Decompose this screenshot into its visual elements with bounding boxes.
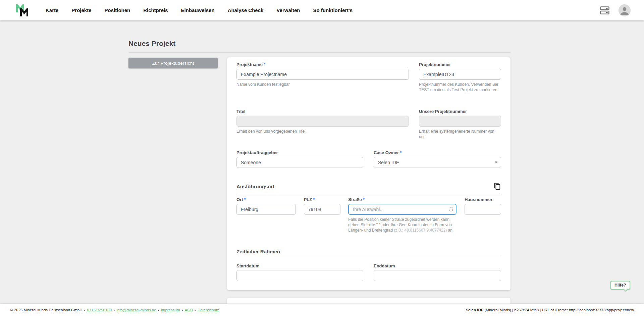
field-case-owner: Case Owner* Selen IDE (374, 150, 501, 168)
nav-item-karte[interactable]: Karte (46, 7, 58, 13)
nav-item-einbauweisen[interactable]: Einbauweisen (181, 7, 215, 13)
projektnummer-input[interactable] (419, 69, 501, 80)
ort-input[interactable] (236, 204, 296, 215)
startdatum-label: Startdatum (236, 263, 363, 268)
mineral-minds-logo-icon[interactable] (14, 4, 29, 17)
enddatum-label: Enddatum (374, 263, 501, 268)
help-button[interactable]: Hilfe? (610, 281, 630, 290)
startdatum-input[interactable] (236, 270, 363, 281)
nav-item-verwalten[interactable]: Verwalten (276, 7, 300, 13)
required-asterisk: * (363, 197, 365, 202)
strasse-label: Straße* (348, 197, 457, 202)
field-projektnummer: Projektnummer Projektnummer des Kunden. … (419, 62, 501, 92)
page-title: Neues Projekt (128, 40, 511, 48)
footer-link-datenschutz[interactable]: Datenschutz (198, 308, 219, 312)
projektname-input[interactable] (236, 69, 409, 80)
projektname-label: Projektname* (236, 62, 409, 67)
footer-session-user: Selen IDE (466, 308, 483, 312)
strasse-input[interactable] (348, 204, 457, 215)
projektauftraggeber-label: Projektauftraggeber (236, 150, 363, 155)
footer-link-impressum[interactable]: Impressum (161, 308, 180, 312)
field-titel: Titel Erhält den von uns vorgegebenen Ti… (236, 109, 409, 134)
footer-link-phone[interactable]: 07151/250100 (87, 308, 112, 312)
unsere-projektnummer-helper: Erhält eine systemgenerierte Nummer von … (419, 129, 501, 139)
title-divider (128, 52, 511, 53)
footer-copyright: © 2025 Mineral Minds Deutschland GmbH (10, 308, 83, 312)
enddatum-input[interactable] (374, 270, 501, 281)
footer-session-info: Selen IDE (Mineral Minds) | b267c741afd8… (466, 308, 634, 312)
case-owner-label: Case Owner* (374, 150, 501, 155)
user-avatar-icon[interactable] (619, 4, 631, 16)
projektauftraggeber-input[interactable] (236, 157, 363, 168)
nav-item-so-funktionierts[interactable]: So funktioniert's (313, 7, 353, 13)
titel-helper: Erhält den von uns vorgegebenen Titel. (236, 129, 409, 134)
unsere-projektnummer-label: Unsere Projektnummer (419, 109, 501, 114)
server-icon[interactable] (600, 5, 610, 15)
footer-link-agb[interactable]: AGB (185, 308, 193, 312)
case-owner-select[interactable]: Selen IDE (374, 157, 501, 168)
field-ort: Ort* (236, 197, 296, 215)
field-plz: PLZ* (304, 197, 340, 215)
required-asterisk: * (400, 150, 401, 155)
section-ausfuehrungsort-title: Ausführungsort (236, 184, 274, 189)
ort-label: Ort* (236, 197, 296, 202)
nav-item-projekte[interactable]: Projekte (71, 7, 91, 13)
new-project-form-card: Projektname* Name vom Kunden festlegbar … (227, 57, 511, 290)
footer-session-details: (Mineral Minds) | b267c741afd8 | URL of … (483, 308, 634, 312)
plz-input[interactable] (304, 204, 340, 215)
main-nav: Karte Projekte Positionen Richtpreis Ein… (46, 7, 353, 13)
unsere-projektnummer-input (419, 116, 501, 127)
hausnummer-label: Hausnummer (465, 197, 501, 202)
field-unsere-projektnummer: Unsere Projektnummer Erhält eine systemg… (419, 109, 501, 139)
projektnummer-label: Projektnummer (419, 62, 501, 67)
top-navbar: Karte Projekte Positionen Richtpreis Ein… (0, 0, 644, 20)
back-to-project-overview-button[interactable]: Zur Projektübersicht (128, 58, 218, 68)
field-strasse: Straße* Falls die Position (348, 197, 457, 233)
chevron-down-icon (495, 162, 497, 163)
projektnummer-helper: Projektnummer des Kunden. Verwenden Sie … (419, 82, 501, 92)
help-bubble-tail (623, 287, 628, 292)
required-asterisk: * (313, 197, 315, 202)
nav-item-analyse-check[interactable]: Analyse Check (228, 7, 264, 13)
strasse-helper: Falls die Position keiner Straße zugeord… (348, 217, 457, 233)
required-asterisk: * (244, 197, 246, 202)
field-hausnummer: Hausnummer (465, 197, 501, 215)
footer-left: © 2025 Mineral Minds Deutschland GmbH • … (10, 308, 219, 312)
nav-item-positionen[interactable]: Positionen (105, 7, 130, 13)
required-asterisk: * (264, 62, 265, 67)
case-owner-selected-value: Selen IDE (378, 160, 399, 165)
hausnummer-input[interactable] (465, 204, 501, 215)
field-projektname: Projektname* Name vom Kunden festlegbar (236, 62, 409, 87)
footer-link-email[interactable]: info@mineral-minds.de (116, 308, 156, 312)
projektname-helper: Name vom Kunden festlegbar (236, 82, 409, 87)
field-startdatum: Startdatum (236, 263, 363, 281)
field-enddatum: Enddatum (374, 263, 501, 281)
plz-label: PLZ* (304, 197, 340, 202)
nav-item-richtpreis[interactable]: Richtpreis (143, 7, 168, 13)
page-footer: © 2025 Mineral Minds Deutschland GmbH • … (0, 304, 644, 316)
copy-icon[interactable] (494, 183, 501, 190)
field-projektauftraggeber: Projektauftraggeber (236, 150, 363, 168)
loading-spinner-icon (448, 207, 453, 213)
titel-label: Titel (236, 109, 409, 114)
section-zeitlicher-rahmen-header: Zeitlicher Rahmen (236, 249, 501, 257)
navbar-right (600, 4, 631, 16)
section-zeitlicher-rahmen-title: Zeitlicher Rahmen (236, 249, 280, 254)
section-ausfuehrungsort-header: Ausführungsort (236, 183, 501, 195)
titel-input (236, 116, 409, 127)
help-button-label: Hilfe? (614, 283, 626, 288)
